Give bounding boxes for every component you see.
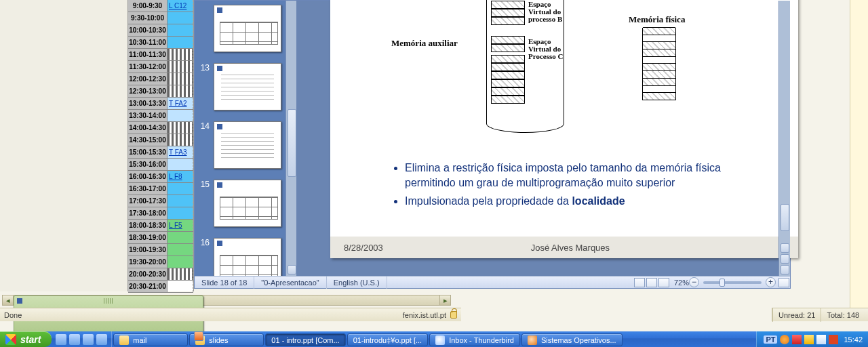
tray-icon[interactable] — [804, 335, 814, 344]
timetable-row[interactable]: 19:30-20:00 — [128, 256, 193, 268]
quick-launch-icon[interactable] — [96, 334, 107, 345]
thumbnail-slide[interactable] — [214, 63, 281, 110]
timetable-row[interactable]: 17:00-17:30 — [128, 195, 193, 207]
editor-vertical-scrollbar[interactable] — [778, 1, 790, 276]
timetable-row[interactable]: 14:30-15:00 — [128, 134, 193, 146]
language-indicator[interactable]: PT — [764, 335, 777, 344]
thumbnail-slide[interactable] — [214, 238, 281, 276]
timetable-cell[interactable]: L F8 — [167, 171, 193, 182]
scrollbar-thumb[interactable] — [781, 204, 789, 231]
timetable-row[interactable]: 16:00-16:30L F8 — [128, 171, 193, 183]
timetable-row[interactable]: 11:00-11:30 — [128, 49, 193, 61]
timetable-cell[interactable] — [167, 110, 193, 121]
timetable-row[interactable]: 15:30-16:00 — [128, 159, 193, 171]
zoom-slider[interactable] — [703, 281, 762, 284]
prev-slide-icon[interactable] — [781, 254, 789, 264]
timetable-cell[interactable] — [167, 159, 193, 170]
timetable-cell[interactable] — [167, 12, 193, 24]
quick-launch-icon[interactable] — [56, 334, 66, 345]
scroll-left-icon[interactable]: ◂ — [3, 295, 14, 305]
quick-launch-icon[interactable] — [83, 334, 94, 345]
tray-icon[interactable] — [816, 335, 826, 344]
tray-icon[interactable] — [780, 335, 789, 344]
timetable-row[interactable]: 13:00-13:30T FA2 — [128, 98, 193, 110]
scroll-right-icon[interactable]: ▸ — [439, 295, 450, 305]
timetable-row[interactable]: 16:30-17:00 — [128, 183, 193, 195]
zoom-in-button[interactable]: + — [766, 277, 776, 287]
timetable-cell[interactable] — [167, 268, 193, 280]
timetable-cell[interactable]: T FA3 — [167, 146, 193, 158]
timetable-row[interactable]: 14:00-14:30 — [128, 122, 193, 134]
timetable-cell[interactable] — [167, 85, 193, 97]
thumbnail-row[interactable]: 13 — [195, 59, 296, 117]
normal-view-button[interactable] — [634, 278, 645, 287]
slide-canvas[interactable]: Memória auxiliar Memória física — [330, 0, 798, 258]
next-slide-icon[interactable] — [781, 265, 789, 274]
status-language[interactable]: English (U.S.) — [327, 277, 387, 289]
timetable-row[interactable]: 9:30-10:00 — [128, 12, 193, 24]
timetable-row[interactable]: 10:00-10:30 — [128, 24, 193, 37]
fit-window-button[interactable] — [778, 278, 789, 287]
scroll-down-icon[interactable] — [288, 265, 296, 274]
timetable-cell[interactable] — [167, 195, 193, 207]
thumbnail-row[interactable]: 16 — [195, 234, 296, 276]
scroll-down-icon[interactable] — [781, 243, 789, 253]
sorter-view-button[interactable] — [646, 278, 657, 287]
timetable-row[interactable]: 20:30-21:00 — [128, 281, 193, 293]
thumbnail-row[interactable]: 15 — [195, 176, 296, 234]
timetable-cell[interactable]: T FA2 — [167, 98, 193, 109]
tray-icon[interactable] — [792, 335, 802, 344]
slideshow-view-button[interactable] — [658, 278, 669, 287]
taskbar-task-button[interactable]: 01 - intro.ppt [Com... — [265, 333, 345, 346]
timetable-row[interactable]: 12:00-12:30 — [128, 73, 193, 85]
timetable-link[interactable]: L F5 — [169, 222, 182, 229]
timetable-row[interactable]: 18:30-19:00 — [128, 232, 193, 244]
zoom-out-button[interactable]: − — [689, 277, 699, 287]
thumbnail-slide[interactable] — [214, 121, 281, 169]
tray-icon[interactable] — [829, 335, 838, 344]
timetable-cell[interactable] — [167, 61, 193, 73]
timetable-row[interactable]: 12:30-13:00 — [128, 85, 193, 98]
timetable-cell[interactable] — [167, 244, 193, 256]
timetable-link[interactable]: T FA2 — [169, 100, 187, 107]
thumbnail-row[interactable] — [195, 1, 296, 59]
thumbnail-row[interactable]: 14 — [195, 117, 296, 176]
timetable-link[interactable]: L F8 — [169, 173, 182, 180]
timetable-cell[interactable] — [167, 24, 193, 36]
timetable-cell[interactable] — [167, 281, 193, 292]
timetable-cell[interactable] — [167, 232, 193, 243]
taskbar-task-button[interactable]: mail — [113, 333, 188, 346]
timetable-cell[interactable] — [167, 37, 193, 48]
timetable-row[interactable]: 17:30-18:00 — [128, 207, 193, 220]
timetable-row[interactable]: 11:30-12:00 — [128, 61, 193, 73]
timetable-cell[interactable]: L C12 — [167, 0, 193, 12]
timetable-row[interactable]: 10:30-11:00 — [128, 37, 193, 49]
slide-editor-area[interactable]: Memória auxiliar Memória física — [296, 1, 778, 276]
timetable-cell[interactable] — [167, 256, 193, 268]
taskbar-task-button[interactable]: Sistemas Operativos... — [521, 333, 623, 346]
timetable-row[interactable]: 20:00-20:30 — [128, 268, 193, 281]
taskbar-task-button[interactable]: 01-introdu‡¥o.ppt [... — [347, 333, 429, 346]
thumbnail-slide[interactable] — [214, 180, 281, 227]
zoom-slider-thumb[interactable] — [719, 279, 725, 287]
timetable-link[interactable]: T FA3 — [169, 148, 187, 156]
timetable-row[interactable]: 13:30-14:00 — [128, 110, 193, 122]
timetable-cell[interactable] — [167, 49, 193, 60]
timetable-row[interactable]: 9:00-9:30L C12 — [128, 0, 193, 12]
timetable-row[interactable]: 18:00-18:30L F5 — [128, 220, 193, 232]
taskbar-clock[interactable]: 15:42 — [841, 335, 864, 344]
start-button[interactable]: start — [0, 331, 52, 347]
timetable-cell[interactable] — [167, 73, 193, 85]
timetable-row[interactable]: 19:00-19:30 — [128, 244, 193, 256]
scrollbar-track[interactable] — [14, 295, 439, 305]
timetable-cell[interactable] — [167, 134, 193, 146]
timetable-cell[interactable] — [167, 122, 193, 134]
browser-horizontal-scrollbar[interactable]: ◂ ▸ — [2, 295, 451, 306]
taskbar-task-button[interactable]: Inbox - Thunderbird — [429, 333, 520, 346]
timetable-cell[interactable] — [167, 183, 193, 195]
timetable-row[interactable]: 15:00-15:30T FA3 — [128, 146, 193, 159]
thumbnail-scrollbar[interactable] — [285, 1, 296, 276]
zoom-percent[interactable]: 72% — [674, 279, 689, 287]
scrollbar-thumb[interactable] — [288, 109, 296, 177]
timetable-cell[interactable] — [167, 207, 193, 219]
